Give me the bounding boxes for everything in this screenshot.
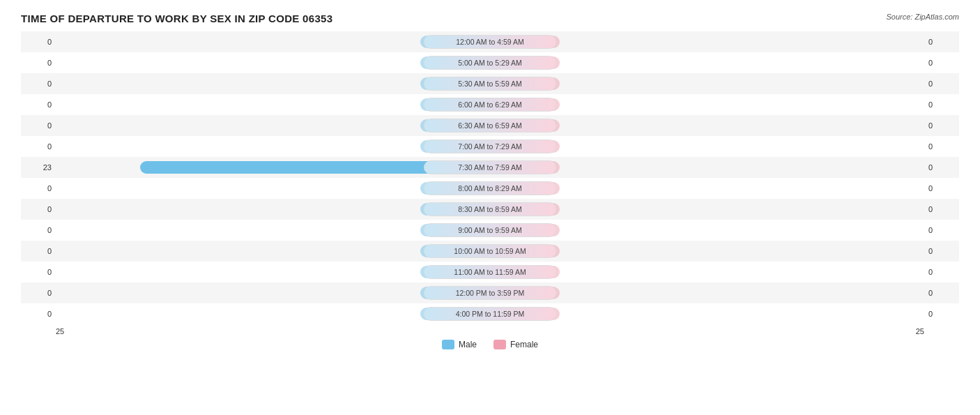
right-value: 0 xyxy=(924,268,959,276)
time-label-pill: 8:30 AM to 8:59 AM xyxy=(424,202,556,216)
left-value: 0 xyxy=(21,205,56,213)
bar-area: 8:00 AM to 8:29 AM xyxy=(56,178,924,199)
left-value: 0 xyxy=(21,184,56,193)
source-label: Source: ZipAtlas.com xyxy=(886,13,959,21)
table-row: 07:00 AM to 7:29 AM0 xyxy=(21,136,959,157)
axis-left-value: 25 xyxy=(56,327,64,335)
time-label-pill: 8:00 AM to 8:29 AM xyxy=(424,181,556,195)
right-value: 0 xyxy=(924,163,959,172)
table-row: 237:30 AM to 7:59 AM0 xyxy=(21,157,959,178)
axis-bottom: 25 25 xyxy=(21,327,959,335)
time-label-pill: 4:00 PM to 11:59 PM xyxy=(424,307,556,321)
female-legend-box xyxy=(493,340,506,349)
time-label-pill: 12:00 PM to 3:59 PM xyxy=(424,286,556,300)
legend: Male Female xyxy=(21,340,959,349)
left-value: 0 xyxy=(21,59,56,67)
bar-area: 5:00 AM to 5:29 AM xyxy=(56,52,924,73)
bar-area: 12:00 PM to 3:59 PM xyxy=(56,282,924,303)
right-value: 0 xyxy=(924,80,959,88)
left-value: 0 xyxy=(21,247,56,255)
legend-female: Female xyxy=(493,340,538,349)
time-label-pill: 12:00 AM to 4:59 AM xyxy=(424,35,556,49)
bar-area: 8:30 AM to 8:59 AM xyxy=(56,199,924,220)
right-value: 0 xyxy=(924,38,959,46)
bar-area: 9:00 AM to 9:59 AM xyxy=(56,220,924,241)
right-value: 0 xyxy=(924,100,959,109)
left-value: 0 xyxy=(21,142,56,151)
table-row: 06:30 AM to 6:59 AM0 xyxy=(21,115,959,136)
right-value: 0 xyxy=(924,142,959,151)
right-value: 0 xyxy=(924,226,959,234)
table-row: 04:00 PM to 11:59 PM0 xyxy=(21,303,959,324)
female-legend-label: Female xyxy=(510,340,538,349)
time-label-pill: 11:00 AM to 11:59 AM xyxy=(424,265,556,279)
bar-area: 11:00 AM to 11:59 AM xyxy=(56,262,924,282)
table-row: 012:00 AM to 4:59 AM0 xyxy=(21,31,959,52)
right-value: 0 xyxy=(924,184,959,193)
time-label-pill: 10:00 AM to 10:59 AM xyxy=(424,244,556,258)
left-value: 0 xyxy=(21,121,56,130)
male-bar xyxy=(140,161,448,174)
chart-title: TIME OF DEPARTURE TO WORK BY SEX IN ZIP … xyxy=(21,13,959,24)
bar-area: 7:00 AM to 7:29 AM xyxy=(56,136,924,157)
table-row: 06:00 AM to 6:29 AM0 xyxy=(21,94,959,115)
left-value: 0 xyxy=(21,100,56,109)
table-row: 08:30 AM to 8:59 AM0 xyxy=(21,199,959,220)
left-value: 0 xyxy=(21,268,56,276)
chart-container: TIME OF DEPARTURE TO WORK BY SEX IN ZIP … xyxy=(0,0,980,415)
bar-area: 12:00 AM to 4:59 AM xyxy=(56,31,924,52)
bar-area: 10:00 AM to 10:59 AM xyxy=(56,241,924,262)
left-value: 0 xyxy=(21,38,56,46)
bar-area: 5:30 AM to 5:59 AM xyxy=(56,73,924,94)
legend-male: Male xyxy=(442,340,477,349)
left-value: 23 xyxy=(21,163,56,172)
right-value: 0 xyxy=(924,205,959,213)
table-row: 011:00 AM to 11:59 AM0 xyxy=(21,262,959,282)
time-label-pill: 7:00 AM to 7:29 AM xyxy=(424,139,556,153)
time-label-pill: 5:00 AM to 5:29 AM xyxy=(424,56,556,70)
bar-area: 4:00 PM to 11:59 PM xyxy=(56,303,924,324)
right-value: 0 xyxy=(924,121,959,130)
chart-area: 012:00 AM to 4:59 AM005:00 AM to 5:29 AM… xyxy=(21,31,959,378)
bar-area: 7:30 AM to 7:59 AM xyxy=(56,157,924,178)
right-value: 0 xyxy=(924,289,959,297)
right-value: 0 xyxy=(924,310,959,318)
bar-area: 6:30 AM to 6:59 AM xyxy=(56,115,924,136)
time-label-pill: 6:30 AM to 6:59 AM xyxy=(424,119,556,133)
time-label-pill: 5:30 AM to 5:59 AM xyxy=(424,77,556,91)
left-value: 0 xyxy=(21,226,56,234)
table-row: 08:00 AM to 8:29 AM0 xyxy=(21,178,959,199)
table-row: 05:30 AM to 5:59 AM0 xyxy=(21,73,959,94)
time-label-pill: 9:00 AM to 9:59 AM xyxy=(424,223,556,237)
left-value: 0 xyxy=(21,80,56,88)
time-label-pill: 7:30 AM to 7:59 AM xyxy=(424,160,556,174)
right-value: 0 xyxy=(924,247,959,255)
rows-container: 012:00 AM to 4:59 AM005:00 AM to 5:29 AM… xyxy=(21,31,959,324)
axis-right-value: 25 xyxy=(916,327,924,335)
table-row: 010:00 AM to 10:59 AM0 xyxy=(21,241,959,262)
table-row: 09:00 AM to 9:59 AM0 xyxy=(21,220,959,241)
bar-area: 6:00 AM to 6:29 AM xyxy=(56,94,924,115)
left-value: 0 xyxy=(21,289,56,297)
left-value: 0 xyxy=(21,310,56,318)
table-row: 05:00 AM to 5:29 AM0 xyxy=(21,52,959,73)
table-row: 012:00 PM to 3:59 PM0 xyxy=(21,282,959,303)
right-value: 0 xyxy=(924,59,959,67)
male-legend-box xyxy=(442,340,454,349)
male-legend-label: Male xyxy=(459,340,477,349)
time-label-pill: 6:00 AM to 6:29 AM xyxy=(424,98,556,112)
